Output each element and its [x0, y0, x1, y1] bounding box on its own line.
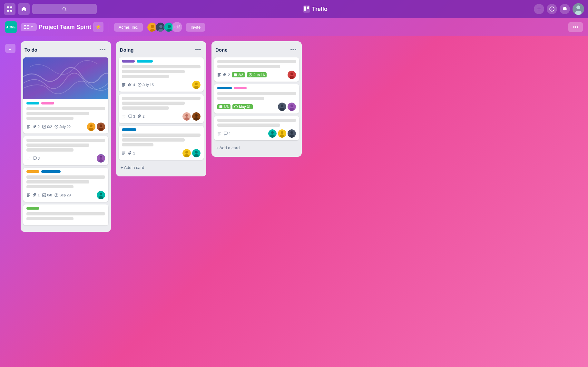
card-text: [26, 139, 105, 152]
svg-point-42: [99, 128, 103, 131]
card-todo-3[interactable]: 1 0/8 Sep 29: [23, 168, 108, 202]
svg-rect-43: [27, 157, 30, 157]
due-badge-value: May 31: [239, 105, 251, 109]
svg-rect-46: [27, 160, 29, 160]
meta-attach-count: 2: [142, 114, 144, 118]
due-badge: May 31: [232, 104, 253, 109]
card-text: [26, 212, 105, 220]
avatar-brown: [97, 123, 105, 131]
card-done-3[interactable]: 4: [214, 116, 299, 140]
list-menu-todo[interactable]: •••: [98, 45, 107, 54]
svg-rect-70: [122, 117, 125, 117]
card-doing-1[interactable]: 4 July 15: [119, 57, 204, 92]
apps-button[interactable]: [4, 3, 15, 15]
svg-point-74: [185, 114, 188, 117]
text-line: [122, 134, 201, 137]
card-doing-2[interactable]: 3 2: [119, 94, 204, 123]
card-body: [23, 204, 108, 225]
svg-rect-93: [234, 74, 237, 76]
card-doing-3[interactable]: 1: [119, 126, 204, 160]
text-line: [122, 75, 169, 78]
home-button[interactable]: [18, 3, 30, 15]
svg-rect-80: [122, 153, 125, 153]
svg-point-67: [194, 86, 199, 89]
card-avatars: [182, 112, 201, 121]
tag-dark-blue: [122, 128, 136, 131]
create-button[interactable]: [534, 4, 544, 14]
meta-attachments: 1: [33, 193, 40, 197]
svg-rect-69: [122, 116, 125, 116]
list-menu-done[interactable]: •••: [289, 45, 298, 54]
svg-rect-82: [122, 154, 124, 155]
search-bar[interactable]: [32, 4, 97, 14]
svg-point-88: [194, 154, 199, 157]
list-menu-doing[interactable]: •••: [193, 45, 202, 54]
svg-point-115: [281, 131, 283, 134]
card-body: 4: [214, 116, 299, 140]
card-done-1[interactable]: 2 2/2 Jun 16: [214, 57, 299, 82]
svg-point-22: [151, 25, 154, 28]
avatar-dark2: [278, 103, 286, 111]
svg-rect-2: [7, 10, 9, 12]
card-todo-1[interactable]: 2 0/2 July 22: [23, 57, 108, 134]
svg-rect-17: [24, 25, 26, 26]
svg-rect-33: [27, 127, 30, 128]
meta-checklist-value: 0/8: [47, 193, 52, 197]
workspace-logo: ACME: [5, 21, 17, 33]
svg-rect-107: [218, 133, 220, 134]
svg-rect-106: [218, 132, 221, 133]
meta-comments-count: 3: [38, 156, 40, 160]
info-button[interactable]: [547, 4, 557, 14]
svg-rect-110: [224, 132, 227, 134]
sidebar-toggle-button[interactable]: »: [5, 44, 15, 53]
board-title: Project Team Spirit: [39, 24, 91, 31]
svg-rect-109: [218, 135, 220, 135]
workspace-button[interactable]: Acme, Inc.: [114, 23, 143, 32]
meta-due-date: July 15: [142, 83, 154, 87]
svg-rect-90: [218, 74, 220, 75]
tag-cyan: [137, 60, 153, 63]
list-title-done: Done: [215, 47, 228, 53]
svg-point-116: [280, 134, 284, 138]
add-card-done[interactable]: + Add a card: [214, 143, 299, 153]
card-done-2[interactable]: 6/6 May 31: [214, 84, 299, 114]
invite-button[interactable]: Invite: [186, 23, 205, 32]
text-line: [217, 97, 264, 100]
svg-rect-31: [27, 125, 30, 126]
card-todo-4[interactable]: [23, 204, 108, 225]
avatar-purple2: [288, 103, 296, 111]
card-text: [26, 175, 105, 188]
card-meta: 6/6 May 31: [217, 103, 296, 111]
card-meta: 3 2: [122, 112, 201, 121]
top-nav: Trello: [0, 0, 588, 18]
star-button[interactable]: ★: [93, 22, 103, 32]
meta-comments-count: 4: [229, 132, 230, 135]
card-meta: 4 July 15: [122, 81, 201, 89]
card-text: [217, 60, 296, 68]
add-card-doing[interactable]: + Add a card: [119, 163, 204, 173]
member-count-badge[interactable]: +12: [172, 22, 182, 32]
card-avatars: [268, 129, 296, 138]
svg-rect-19: [24, 28, 26, 29]
board-type-button[interactable]: [21, 23, 37, 31]
svg-rect-68: [122, 115, 125, 115]
svg-point-85: [184, 154, 189, 157]
svg-rect-8: [307, 6, 309, 9]
sidebar-toggle-area: »: [5, 41, 15, 53]
card-tags: [217, 87, 296, 89]
notifications-button[interactable]: [560, 4, 570, 14]
text-line: [26, 148, 74, 152]
svg-point-101: [281, 104, 283, 107]
tag-blue: [217, 87, 232, 89]
card-todo-2[interactable]: 3: [23, 136, 108, 165]
user-avatar[interactable]: [573, 3, 584, 15]
checklist-badge-value: 2/2: [238, 73, 243, 77]
svg-point-38: [90, 124, 93, 127]
avatar-teal: [97, 154, 105, 163]
card-body: 2 0/2 July 22: [23, 99, 108, 134]
card-image: [23, 57, 108, 99]
more-options-button[interactable]: •••: [568, 22, 583, 32]
svg-rect-45: [27, 159, 30, 159]
card-avatars: [87, 123, 105, 131]
meta-description: [26, 125, 30, 129]
